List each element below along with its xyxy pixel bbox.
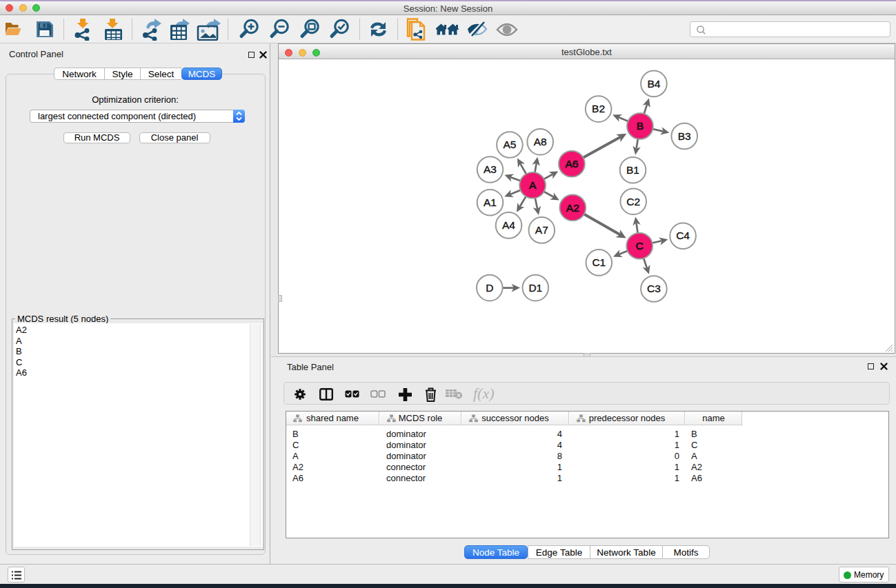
svg-text:A7: A7 [535, 224, 548, 236]
svg-text:C2: C2 [626, 195, 640, 207]
svg-text:D: D [486, 281, 493, 293]
svg-text:A5: A5 [503, 139, 516, 150]
svg-text:A: A [528, 179, 536, 191]
svg-text:C4: C4 [676, 230, 690, 241]
svg-text:B1: B1 [626, 163, 639, 175]
svg-text:C: C [635, 239, 643, 251]
svg-text:D1: D1 [528, 281, 542, 293]
svg-text:A8: A8 [533, 136, 546, 148]
svg-text:C1: C1 [592, 256, 606, 268]
svg-text:B2: B2 [592, 103, 605, 114]
svg-text:B3: B3 [677, 130, 690, 141]
svg-text:A6: A6 [565, 157, 578, 169]
svg-text:C3: C3 [646, 283, 660, 294]
svg-text:A4: A4 [502, 219, 515, 231]
svg-text:B: B [636, 120, 643, 132]
svg-text:A1: A1 [484, 196, 497, 207]
svg-text:A3: A3 [484, 163, 497, 175]
svg-text:A2: A2 [566, 201, 579, 213]
svg-text:B4: B4 [647, 77, 660, 89]
